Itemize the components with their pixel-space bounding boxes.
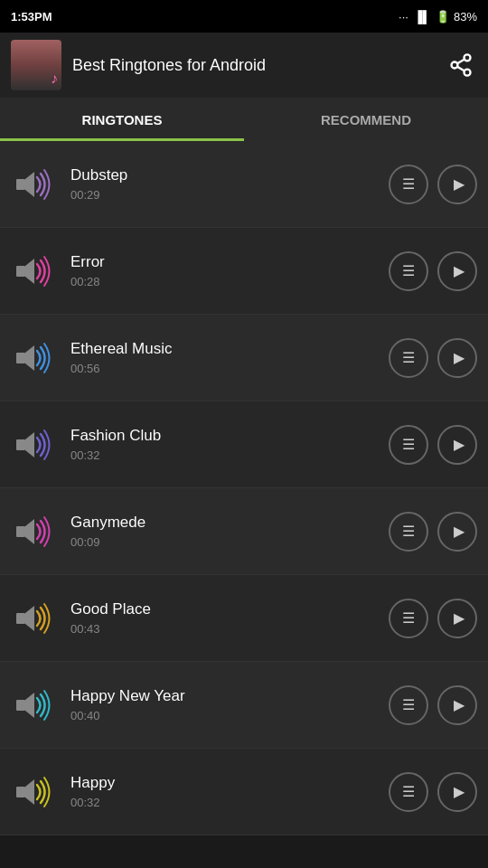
status-bar: 1:53PM ··· ▐▌ 🔋 83% — [0, 0, 488, 33]
speaker-icon — [11, 335, 58, 382]
speaker-icon — [11, 248, 58, 295]
speaker-icon — [11, 161, 58, 208]
menu-button[interactable]: ☰ — [389, 599, 428, 638]
svg-marker-16 — [25, 606, 34, 631]
song-name: Ganymede — [70, 514, 376, 532]
menu-button[interactable]: ☰ — [389, 425, 428, 465]
app-header: Best Ringtones for Android — [0, 33, 488, 98]
svg-point-1 — [452, 62, 458, 69]
list-item: Ethereal Music 00:56 ☰ ▶ — [0, 315, 488, 401]
sound-icon-1 — [11, 248, 58, 295]
svg-line-3 — [457, 67, 465, 71]
tab-ringtones[interactable]: RINGTONES — [0, 98, 244, 141]
list-item: Fashion Club 00:32 ☰ ▶ — [0, 401, 488, 488]
song-name: Happy New Year — [70, 687, 376, 705]
song-name: Good Place — [70, 600, 376, 618]
svg-rect-19 — [16, 787, 25, 797]
svg-marker-10 — [25, 345, 34, 371]
svg-marker-14 — [25, 519, 34, 544]
svg-marker-6 — [25, 172, 34, 197]
list-item: Error 00:28 ☰ ▶ — [0, 228, 488, 315]
app-title: Best Ringtones for Android — [72, 56, 434, 75]
sound-icon-4 — [11, 508, 58, 555]
svg-point-0 — [465, 54, 471, 61]
tab-recommend[interactable]: RECOMMEND — [244, 98, 488, 141]
sound-icon-0 — [11, 161, 58, 208]
sound-icon-3 — [11, 421, 58, 468]
svg-rect-11 — [16, 439, 25, 450]
song-duration: 00:09 — [70, 535, 376, 549]
svg-point-2 — [465, 70, 471, 76]
play-button[interactable]: ▶ — [437, 338, 477, 378]
svg-rect-17 — [16, 700, 25, 711]
app-logo — [11, 40, 61, 90]
song-info: Ganymede 00:09 — [70, 514, 376, 549]
ringtone-list: Dubstep 00:29 ☰ ▶ Error — [0, 141, 488, 868]
song-name: Fashion Club — [70, 427, 376, 445]
song-duration: 00:40 — [70, 709, 376, 722]
speaker-icon — [11, 769, 58, 816]
list-item: Dubstep 00:29 ☰ ▶ — [0, 141, 488, 228]
song-actions: ☰ ▶ — [389, 512, 477, 552]
svg-rect-9 — [16, 353, 25, 363]
song-name: Dubstep — [70, 166, 376, 184]
list-item: Happy 00:32 ☰ ▶ — [0, 749, 488, 835]
wifi-icon: ▐▌ — [414, 10, 430, 24]
sound-icon-2 — [11, 335, 58, 382]
play-button[interactable]: ▶ — [437, 772, 477, 812]
song-duration: 00:32 — [70, 448, 376, 462]
play-button[interactable]: ▶ — [437, 512, 477, 552]
song-info: Ethereal Music 00:56 — [70, 340, 376, 375]
sound-icon-7 — [11, 769, 58, 816]
play-button[interactable]: ▶ — [437, 599, 477, 638]
song-actions: ☰ ▶ — [389, 251, 477, 291]
song-duration: 00:56 — [70, 362, 376, 375]
sound-icon-5 — [11, 595, 58, 642]
song-actions: ☰ ▶ — [389, 425, 477, 465]
song-actions: ☰ ▶ — [389, 599, 477, 638]
song-name: Ethereal Music — [70, 340, 376, 358]
play-button[interactable]: ▶ — [437, 685, 477, 725]
menu-button[interactable]: ☰ — [389, 685, 428, 725]
play-button[interactable]: ▶ — [437, 251, 477, 291]
song-info: Good Place 00:43 — [70, 600, 376, 636]
menu-button[interactable]: ☰ — [389, 251, 428, 291]
song-actions: ☰ ▶ — [389, 685, 477, 725]
song-info: Error 00:28 — [70, 253, 376, 288]
song-duration: 00:32 — [70, 796, 376, 809]
menu-button[interactable]: ☰ — [389, 512, 428, 552]
list-item: Happy New Year 00:40 ☰ ▶ — [0, 662, 488, 749]
svg-marker-18 — [25, 693, 34, 718]
song-name: Happy — [70, 774, 376, 792]
speaker-icon — [11, 421, 58, 468]
menu-button[interactable]: ☰ — [389, 338, 428, 378]
svg-rect-7 — [16, 266, 25, 277]
battery-icon: 🔋 — [436, 10, 450, 24]
menu-button[interactable]: ☰ — [389, 165, 428, 204]
song-duration: 00:28 — [70, 275, 376, 288]
song-info: Happy 00:32 — [70, 774, 376, 809]
status-icons: ··· ▐▌ 🔋 83% — [399, 10, 477, 24]
menu-button[interactable]: ☰ — [389, 772, 428, 812]
list-item: Good Place 00:43 ☰ ▶ — [0, 575, 488, 662]
sound-icon-6 — [11, 682, 58, 729]
song-actions: ☰ ▶ — [389, 165, 477, 204]
speaker-icon — [11, 595, 58, 642]
play-button[interactable]: ▶ — [437, 165, 477, 204]
song-info: Fashion Club 00:32 — [70, 427, 376, 462]
speaker-icon — [11, 682, 58, 729]
song-duration: 00:43 — [70, 622, 376, 636]
share-button[interactable] — [445, 49, 477, 81]
song-name: Error — [70, 253, 376, 271]
battery-display: 🔋 83% — [436, 10, 477, 24]
svg-marker-12 — [25, 432, 34, 458]
song-actions: ☰ ▶ — [389, 338, 477, 378]
svg-rect-5 — [16, 179, 25, 190]
tab-bar: RINGTONES RECOMMEND — [0, 98, 488, 141]
play-button[interactable]: ▶ — [437, 425, 477, 465]
speaker-icon — [11, 508, 58, 555]
list-item: Ganymede 00:09 ☰ ▶ — [0, 488, 488, 575]
time-display: 1:53PM — [11, 10, 52, 24]
song-actions: ☰ ▶ — [389, 772, 477, 812]
song-info: Dubstep 00:29 — [70, 166, 376, 202]
